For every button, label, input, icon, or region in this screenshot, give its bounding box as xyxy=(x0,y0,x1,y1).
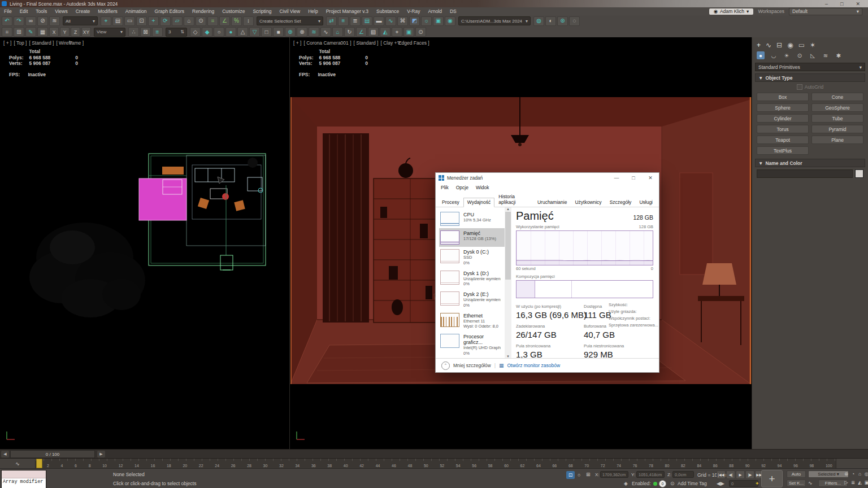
tm-tab[interactable]: Szczegóły xyxy=(606,198,636,207)
menu-item[interactable]: Animation xyxy=(121,8,151,14)
time-tag-icon[interactable]: ⊙ xyxy=(670,481,675,486)
menu-item[interactable]: Create xyxy=(72,8,94,14)
snap-3d-icon[interactable]: ✎ xyxy=(25,27,36,37)
batch-render-icon[interactable]: ◌ xyxy=(569,16,580,26)
tm-minimize-icon[interactable]: — xyxy=(608,173,625,183)
timeline-ruler[interactable]: ∿ 24681012141618202224262830323436384042… xyxy=(0,458,868,469)
rendered-frame-icon[interactable]: ▣ xyxy=(433,16,444,26)
redo-icon[interactable]: ↷ xyxy=(14,16,24,26)
geometry-category[interactable]: ● xyxy=(757,51,765,59)
viewport-label-right[interactable]: [ + ][ Corona Camera001 ][ Standard ][ C… xyxy=(293,40,429,46)
align-icon[interactable]: ≡ xyxy=(338,16,349,26)
primitive-button[interactable]: Pyramid xyxy=(811,125,863,133)
select-object-icon[interactable]: ⌖ xyxy=(101,16,111,26)
select-and-move-icon[interactable]: + xyxy=(148,16,159,26)
maxscript-mini-listener[interactable]: Array modifier xyxy=(1,470,46,488)
tm-sidebar-cpu[interactable]: CPU 10% 5,34 GHz xyxy=(439,210,505,228)
maxscript-white-line[interactable]: Array modifier xyxy=(2,478,46,488)
rectangular-selection-region-icon[interactable]: ▭ xyxy=(124,16,135,26)
tool-icon-16[interactable]: ▧ xyxy=(368,27,379,37)
menu-item[interactable]: Arnold xyxy=(424,8,446,14)
primitive-button[interactable]: GeoSphere xyxy=(811,103,863,112)
tm-sidebar-memory[interactable]: Pamięć 17/128 GB (13%) xyxy=(439,228,505,247)
filter-icon[interactable]: ∇ xyxy=(397,40,401,46)
menu-item[interactable]: Project Manager v.3 xyxy=(322,8,372,14)
go-to-start-button[interactable]: |◀◀ xyxy=(717,470,726,479)
viewport-label-part[interactable]: [ Corona Camera001 ] xyxy=(303,40,351,46)
set-keys-big-button[interactable]: + xyxy=(761,470,783,487)
tm-close-icon[interactable]: ✕ xyxy=(642,173,659,183)
angle-snap-icon[interactable]: ∠ xyxy=(219,16,230,26)
tool-icon-15[interactable]: ∠ xyxy=(356,27,367,37)
window-crossing-icon[interactable]: ⊡ xyxy=(136,16,147,26)
object-name-input[interactable] xyxy=(757,169,853,178)
notification-count-badge[interactable]: 0 xyxy=(659,480,666,487)
primitives-category-dropdown[interactable]: Standard Primitives▾ xyxy=(755,63,865,71)
menu-item[interactable]: Views xyxy=(51,8,72,14)
collapse-details-icon[interactable]: ⌃ xyxy=(441,361,450,370)
systems-category[interactable]: ✱ xyxy=(835,51,843,59)
menu-item[interactable]: File xyxy=(0,8,16,14)
menu-item[interactable]: Substance xyxy=(372,8,403,14)
frame-range-display[interactable]: 0 / 100 xyxy=(10,450,95,458)
menu-item[interactable]: Tools xyxy=(32,8,51,14)
scene-explorer-icon[interactable]: ≣ xyxy=(350,16,361,26)
filter-icon[interactable]: ∇ xyxy=(69,40,72,46)
axis-constraint-button[interactable]: X xyxy=(49,27,59,37)
key-filters-curve-icon[interactable]: ∿ xyxy=(808,480,813,486)
viewport-label-part[interactable]: [ + ] xyxy=(293,40,301,46)
tm-maximize-icon[interactable]: □ xyxy=(625,173,642,183)
percent-snap-icon[interactable]: % xyxy=(231,16,242,26)
menu-item[interactable]: Edit xyxy=(16,8,32,14)
add-time-tag[interactable]: Add Time Tag xyxy=(678,481,707,486)
menu-item[interactable]: Graph Editors xyxy=(151,8,188,14)
select-and-place-icon[interactable]: ⌂ xyxy=(184,16,194,26)
viewport-label-part[interactable]: [ Clay + Edged Faces ] xyxy=(380,40,429,46)
tm-sidebar-disk1[interactable]: Dysk 1 (D:) Urządzenie wymienne 0% xyxy=(439,268,505,290)
frame-forward-button[interactable]: ▶ xyxy=(97,451,105,457)
tool-icon-8[interactable]: ■ xyxy=(273,27,284,37)
select-and-scale-icon[interactable]: ▱ xyxy=(172,16,183,26)
set-key-button[interactable]: Set K... xyxy=(787,480,806,487)
tool-icon-3[interactable]: ○ xyxy=(214,27,224,37)
mini-curve-editor-icon[interactable]: ∿ xyxy=(0,459,36,469)
tm-sidebar-gpu[interactable]: Procesor graficz... Intel(R) UHD Graphic… xyxy=(439,332,505,358)
zoom-icon[interactable]: ⊕ xyxy=(843,470,849,478)
tool-icon-19[interactable]: ▣ xyxy=(403,27,414,37)
undo-icon[interactable]: ↶ xyxy=(2,16,12,26)
project-path-dropdown[interactable]: C:\Users\ADM...3ds Max 2024▾ xyxy=(458,16,531,25)
primitive-button[interactable]: Torus xyxy=(757,125,809,133)
auto-key-button[interactable]: Auto xyxy=(787,470,806,478)
selection-filter-dropdown[interactable]: All▾ xyxy=(63,16,98,25)
display-tab[interactable]: ▭ xyxy=(798,41,805,49)
isolate-selection-toggle[interactable]: ⊡ xyxy=(566,471,575,479)
modify-tab[interactable]: ∿ xyxy=(766,41,771,49)
utilities-tab[interactable]: ✶ xyxy=(810,41,815,49)
name-and-color-rollout[interactable]: ▼ Name and Color xyxy=(755,159,865,167)
tool-icon-7[interactable]: □ xyxy=(261,27,272,37)
tool-icon-17[interactable]: ◭ xyxy=(380,27,390,37)
tool-icon-5[interactable]: △ xyxy=(237,27,248,37)
previous-frame-button[interactable]: ◀| xyxy=(726,470,735,479)
open-resource-monitor-link[interactable]: Otwórz monitor zasobów xyxy=(507,363,560,368)
scroll-up-icon[interactable]: ▲ xyxy=(506,207,510,211)
workspace-dropdown[interactable]: Default▾ xyxy=(789,8,862,15)
menu-item[interactable]: Modifiers xyxy=(94,8,121,14)
next-frame-button[interactable]: |▶ xyxy=(745,470,754,479)
tm-sidebar-disk0[interactable]: Dysk 0 (C:) SSD 0% xyxy=(439,247,505,268)
viewport-label-part[interactable]: [ Standard ] xyxy=(29,40,54,46)
menu-item[interactable]: Customize xyxy=(218,8,249,14)
menu-item[interactable]: Scripting xyxy=(249,8,275,14)
primitive-button[interactable]: TextPlus xyxy=(757,146,809,155)
shield-icon[interactable]: ◈ xyxy=(624,481,628,486)
lighting-analysis-icon[interactable]: ◐ xyxy=(545,16,556,26)
spinner-snap-icon[interactable]: ↕ xyxy=(243,16,254,26)
frame-step-arrows[interactable]: ◀▶ xyxy=(717,481,724,486)
mirror-icon[interactable]: ⇄ xyxy=(326,16,337,26)
viewport-label-part[interactable]: [ Top ] xyxy=(14,40,27,46)
menu-item[interactable]: Help xyxy=(304,8,322,14)
frame-back-button[interactable]: ◀ xyxy=(1,451,9,457)
material-override-icon[interactable]: ◍ xyxy=(533,16,544,26)
key-mode-toggle-icon[interactable]: ✦ xyxy=(755,481,760,486)
object-color-swatch[interactable] xyxy=(855,169,863,178)
